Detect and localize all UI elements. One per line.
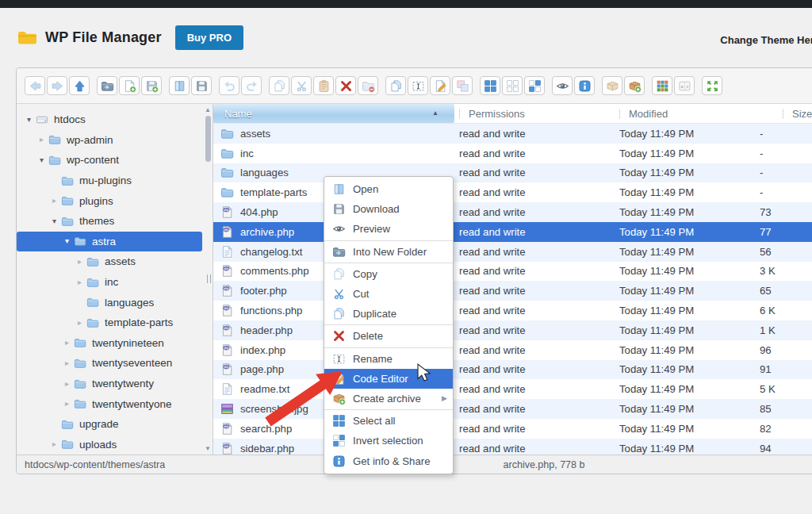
file-row-screenshot.jpg[interactable]: screenshot.jpgread and writeToday 11:49 … [213, 399, 812, 419]
file-row-assets[interactable]: assetsread and writeToday 11:49 PM- [213, 124, 812, 144]
upload-button[interactable] [141, 76, 162, 95]
column-header-size[interactable]: Size [754, 104, 812, 123]
tree-item-upgrade[interactable]: upgrade [17, 414, 202, 435]
info-button[interactable] [574, 76, 595, 95]
preview-button[interactable] [552, 76, 573, 95]
menu-item-create-archive[interactable]: Create archive▶ [324, 389, 453, 409]
extract-button[interactable] [602, 76, 622, 95]
tree-item-languages[interactable]: languages [17, 292, 202, 313]
scroll-down-icon[interactable]: ▼ [204, 445, 212, 452]
sort-alpha-button[interactable]: az [674, 76, 695, 95]
caret-closed-icon[interactable]: ▸ [74, 278, 86, 286]
up-button[interactable] [69, 76, 90, 95]
tree-item-themes[interactable]: ▾themes [17, 211, 202, 232]
file-row-sidebar.php[interactable]: phpsidebar.phpread and writeToday 11:49 … [213, 439, 812, 455]
tree-item-twentytwentyone[interactable]: ▸twentytwentyone [17, 393, 202, 414]
file-row-inc[interactable]: incread and writeToday 11:49 PM- [213, 144, 812, 163]
file-row-archive.php[interactable]: phparchive.phpread and writeToday 11:49 … [213, 222, 812, 242]
scrollbar-thumb[interactable] [205, 116, 211, 162]
caret-open-icon[interactable]: ▾ [23, 116, 35, 124]
fullscreen-button[interactable] [702, 76, 722, 95]
tree-item-twentytwenty[interactable]: ▸twentytwenty [17, 374, 202, 394]
file-row-footer.php[interactable]: phpfooter.phpread and writeToday 11:49 P… [213, 281, 812, 301]
sort-button[interactable] [524, 76, 545, 95]
menu-item-preview[interactable]: Preview [324, 219, 453, 239]
cut-button[interactable] [291, 76, 312, 95]
archive-button[interactable] [624, 76, 645, 95]
menu-item-get-info-share[interactable]: Get info & Share [324, 451, 453, 470]
caret-closed-icon[interactable]: ▸ [48, 440, 60, 448]
menu-item-code-editor[interactable]: Code Editor [324, 369, 453, 389]
file-row-comments.php[interactable]: phpcomments.phpread and writeToday 11:49… [213, 262, 812, 282]
tree-resize-handle[interactable] [207, 274, 211, 283]
caret-closed-icon[interactable]: ▸ [48, 197, 60, 205]
edit-button[interactable] [430, 76, 450, 95]
tree-item-uploads[interactable]: ▸uploads [17, 435, 202, 455]
new-folder-button[interactable] [97, 76, 117, 95]
menu-item-rename[interactable]: Rename [324, 349, 453, 369]
menu-item-cut[interactable]: Cut [324, 284, 453, 304]
caret-closed-icon[interactable]: ▸ [61, 339, 73, 347]
menu-item-download[interactable]: Download [324, 199, 453, 219]
tree-item-twentyseventeen[interactable]: ▸twentyseventeen [17, 353, 202, 374]
tree-item-mu-plugins[interactable]: mu-plugins [17, 171, 202, 191]
tree-item-assets[interactable]: ▸assets [17, 251, 202, 272]
tree-item-twentynineteen[interactable]: ▸twentynineteen [17, 333, 202, 354]
view-list-button[interactable] [502, 76, 523, 95]
download-button[interactable] [191, 76, 212, 95]
menu-item-duplicate[interactable]: Duplicate [324, 304, 453, 324]
open-button[interactable] [169, 76, 190, 95]
column-header-permissions[interactable]: Permissions [454, 104, 605, 123]
caret-open-icon[interactable]: ▾ [61, 237, 73, 245]
file-row-header.php[interactable]: phpheader.phpread and writeToday 11:49 P… [213, 320, 812, 340]
view-icons-button[interactable] [480, 76, 500, 95]
paste-button[interactable] [313, 76, 334, 95]
forward-button[interactable] [47, 76, 67, 95]
file-row-readme.txt[interactable]: readme.txtread and writeToday 11:49 PM5 … [213, 379, 812, 399]
undo-button[interactable] [219, 76, 239, 95]
tree-item-htdocs[interactable]: ▾htdocs [17, 109, 202, 130]
copy-button[interactable] [269, 76, 289, 95]
colored-grid-button[interactable] [652, 76, 672, 95]
column-header-name[interactable]: Name ▲ [213, 104, 454, 123]
menu-item-delete[interactable]: Delete [324, 326, 453, 346]
tree-item-template-parts[interactable]: ▸template-parts [17, 313, 202, 333]
file-row-changelog.txt[interactable]: changelog.txtread and writeToday 11:49 P… [213, 242, 812, 262]
new-file-button[interactable] [119, 76, 140, 95]
file-row-template-parts[interactable]: template-partsread and writeToday 11:49 … [213, 182, 812, 202]
tree-item-plugins[interactable]: ▸plugins [17, 190, 202, 211]
empty-folder-button[interactable] [358, 76, 378, 95]
change-theme-link[interactable]: Change Theme Here [720, 34, 812, 46]
tree-item-inc[interactable]: ▸inc [17, 272, 202, 293]
file-row-functions.php[interactable]: phpfunctions.phpread and writeToday 11:4… [213, 301, 812, 320]
menu-item-open[interactable]: Open [324, 179, 453, 199]
tree-item-astra[interactable]: ▾astra [17, 232, 202, 252]
menu-item-invert-selection[interactable]: Invert selection [324, 431, 453, 451]
caret-closed-icon[interactable]: ▸ [74, 319, 86, 327]
caret-closed-icon[interactable]: ▸ [36, 136, 48, 144]
file-row-index.php[interactable]: phpindex.phpread and writeToday 11:49 PM… [213, 340, 812, 360]
file-row-search.php[interactable]: phpsearch.phpread and writeToday 11:49 P… [213, 419, 812, 439]
caret-closed-icon[interactable]: ▸ [74, 258, 86, 266]
file-row-404.php[interactable]: php404.phpread and writeToday 11:49 PM73 [213, 202, 812, 222]
caret-closed-icon[interactable]: ▸ [61, 359, 73, 367]
file-row-page.php[interactable]: phppage.phpread and writeToday 11:49 PM9… [213, 360, 812, 380]
caret-closed-icon[interactable]: ▸ [61, 400, 73, 408]
caret-open-icon[interactable]: ▾ [48, 217, 60, 225]
redo-button[interactable] [241, 76, 262, 95]
scroll-up-icon[interactable]: ▲ [204, 106, 212, 113]
menu-item-copy[interactable]: Copy [324, 264, 453, 284]
caret-closed-icon[interactable]: ▸ [61, 380, 73, 388]
file-row-languages[interactable]: languagesread and writeToday 11:49 PM- [213, 163, 812, 183]
buy-pro-button[interactable]: Buy PRO [175, 25, 243, 50]
delete-button[interactable] [335, 76, 356, 95]
tree-item-wp-content[interactable]: ▾wp-content [17, 150, 202, 171]
menu-item-into-new-folder[interactable]: Into New Folder [324, 242, 453, 262]
column-header-modified[interactable]: Modified [605, 104, 754, 123]
caret-open-icon[interactable]: ▾ [36, 156, 48, 164]
rename-button[interactable] [408, 76, 428, 95]
menu-item-select-all[interactable]: Select all [324, 411, 453, 431]
resize-button[interactable] [452, 76, 473, 95]
duplicate-button[interactable] [385, 76, 406, 95]
tree-item-wp-admin[interactable]: ▸wp-admin [17, 130, 202, 151]
